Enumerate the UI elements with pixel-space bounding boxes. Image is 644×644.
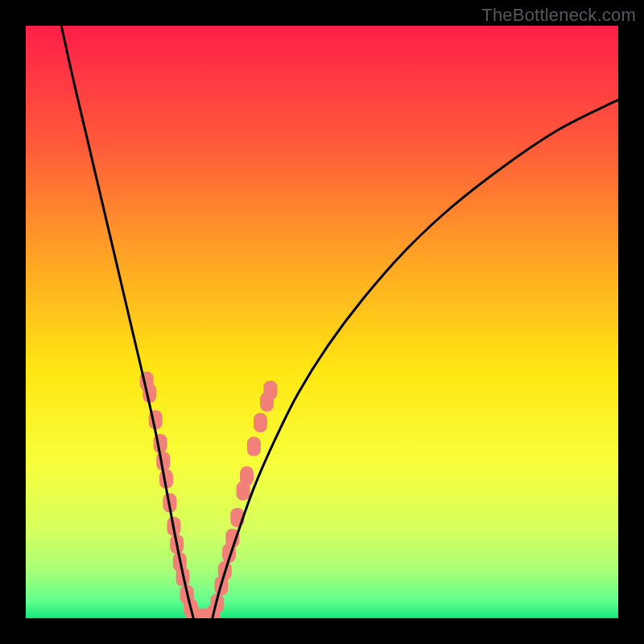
- data-point: [247, 437, 261, 456]
- data-point: [240, 466, 254, 485]
- chart-canvas: TheBottleneck.com: [0, 0, 644, 644]
- watermark-text: TheBottleneck.com: [481, 5, 636, 26]
- right-curve: [213, 100, 618, 618]
- chart-plot: [26, 26, 618, 618]
- plot-area: [26, 26, 618, 618]
- data-point: [254, 413, 267, 432]
- data-point: [263, 381, 277, 400]
- left-curve: [61, 26, 193, 618]
